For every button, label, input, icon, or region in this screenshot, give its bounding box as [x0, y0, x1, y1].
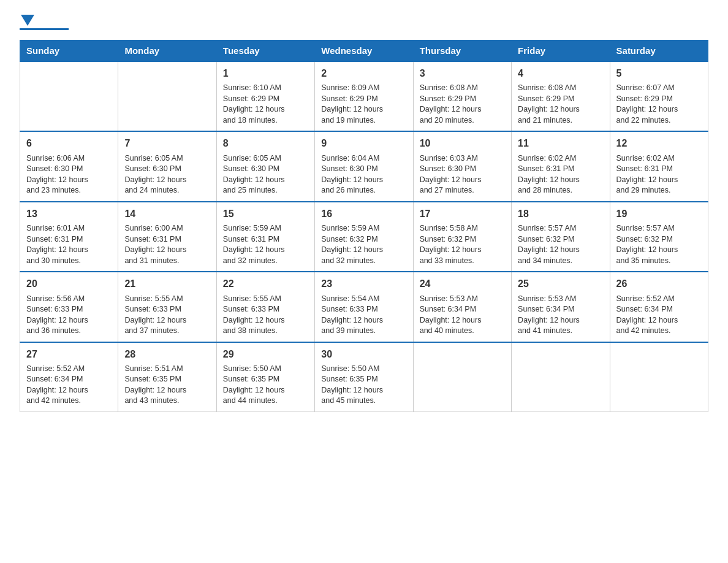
day-info: Sunrise: 6:08 AM Sunset: 6:29 PM Dayligh…: [420, 83, 505, 126]
day-info: Sunrise: 6:02 AM Sunset: 6:31 PM Dayligh…: [518, 153, 603, 196]
day-number: 30: [321, 348, 406, 361]
weekday-header-tuesday: Tuesday: [216, 40, 314, 62]
day-number: 29: [223, 348, 308, 361]
day-number: 22: [223, 277, 308, 291]
day-number: 13: [26, 207, 112, 221]
day-info: Sunrise: 5:57 AM Sunset: 6:32 PM Dayligh…: [616, 223, 702, 266]
day-info: Sunrise: 6:04 AM Sunset: 6:30 PM Dayligh…: [321, 153, 406, 196]
calendar-cell: [610, 342, 708, 412]
day-info: Sunrise: 6:10 AM Sunset: 6:29 PM Dayligh…: [223, 83, 308, 126]
day-number: 1: [223, 67, 308, 80]
day-number: 17: [420, 207, 505, 221]
weekday-header-friday: Friday: [512, 40, 610, 62]
day-info: Sunrise: 6:09 AM Sunset: 6:29 PM Dayligh…: [321, 83, 406, 126]
calendar-week-4: 20Sunrise: 5:56 AM Sunset: 6:33 PM Dayli…: [20, 272, 708, 342]
page-header: [20, 15, 708, 30]
day-info: Sunrise: 5:52 AM Sunset: 6:34 PM Dayligh…: [616, 294, 702, 337]
calendar-cell: 2Sunrise: 6:09 AM Sunset: 6:29 PM Daylig…: [315, 61, 413, 131]
calendar-cell: [118, 61, 216, 131]
day-info: Sunrise: 6:05 AM Sunset: 6:30 PM Dayligh…: [124, 153, 210, 196]
calendar-cell: 7Sunrise: 6:05 AM Sunset: 6:30 PM Daylig…: [118, 131, 216, 201]
calendar-cell: 17Sunrise: 5:58 AM Sunset: 6:32 PM Dayli…: [413, 202, 511, 272]
day-info: Sunrise: 6:02 AM Sunset: 6:31 PM Dayligh…: [616, 153, 702, 196]
day-number: 11: [518, 137, 603, 150]
day-info: Sunrise: 5:58 AM Sunset: 6:32 PM Dayligh…: [420, 223, 505, 266]
day-info: Sunrise: 6:00 AM Sunset: 6:31 PM Dayligh…: [124, 223, 210, 266]
calendar-cell: 8Sunrise: 6:05 AM Sunset: 6:30 PM Daylig…: [216, 131, 314, 201]
calendar-cell: 4Sunrise: 6:08 AM Sunset: 6:29 PM Daylig…: [512, 61, 610, 131]
day-info: Sunrise: 5:50 AM Sunset: 6:35 PM Dayligh…: [223, 364, 308, 407]
day-info: Sunrise: 5:52 AM Sunset: 6:34 PM Dayligh…: [26, 364, 112, 407]
day-info: Sunrise: 5:55 AM Sunset: 6:33 PM Dayligh…: [124, 294, 210, 337]
calendar-cell: 5Sunrise: 6:07 AM Sunset: 6:29 PM Daylig…: [610, 61, 708, 131]
day-info: Sunrise: 5:54 AM Sunset: 6:33 PM Dayligh…: [321, 294, 406, 337]
day-number: 25: [518, 277, 603, 291]
calendar-cell: 30Sunrise: 5:50 AM Sunset: 6:35 PM Dayli…: [315, 342, 413, 412]
weekday-header-wednesday: Wednesday: [315, 40, 413, 62]
day-number: 15: [223, 207, 308, 221]
day-number: 7: [124, 137, 210, 150]
calendar-week-5: 27Sunrise: 5:52 AM Sunset: 6:34 PM Dayli…: [20, 342, 708, 412]
calendar-cell: 18Sunrise: 5:57 AM Sunset: 6:32 PM Dayli…: [512, 202, 610, 272]
calendar-week-2: 6Sunrise: 6:06 AM Sunset: 6:30 PM Daylig…: [20, 131, 708, 201]
calendar-cell: 23Sunrise: 5:54 AM Sunset: 6:33 PM Dayli…: [315, 272, 413, 342]
day-info: Sunrise: 5:56 AM Sunset: 6:33 PM Dayligh…: [26, 294, 112, 337]
weekday-header-thursday: Thursday: [413, 40, 511, 62]
calendar-cell: 22Sunrise: 5:55 AM Sunset: 6:33 PM Dayli…: [216, 272, 314, 342]
calendar-cell: 15Sunrise: 5:59 AM Sunset: 6:31 PM Dayli…: [216, 202, 314, 272]
calendar-cell: 1Sunrise: 6:10 AM Sunset: 6:29 PM Daylig…: [216, 61, 314, 131]
calendar-cell: [20, 61, 118, 131]
day-number: 14: [124, 207, 210, 221]
day-info: Sunrise: 6:06 AM Sunset: 6:30 PM Dayligh…: [26, 153, 112, 196]
calendar-cell: 6Sunrise: 6:06 AM Sunset: 6:30 PM Daylig…: [20, 131, 118, 201]
day-info: Sunrise: 5:59 AM Sunset: 6:31 PM Dayligh…: [223, 223, 308, 266]
calendar-cell: 11Sunrise: 6:02 AM Sunset: 6:31 PM Dayli…: [512, 131, 610, 201]
logo-triangle-icon: [21, 15, 34, 26]
calendar-cell: [512, 342, 610, 412]
day-info: Sunrise: 5:53 AM Sunset: 6:34 PM Dayligh…: [420, 294, 505, 337]
logo: [20, 15, 71, 30]
day-number: 21: [124, 277, 210, 291]
calendar-cell: 16Sunrise: 5:59 AM Sunset: 6:32 PM Dayli…: [315, 202, 413, 272]
day-number: 4: [518, 67, 603, 80]
day-info: Sunrise: 6:08 AM Sunset: 6:29 PM Dayligh…: [518, 83, 603, 126]
calendar-cell: 20Sunrise: 5:56 AM Sunset: 6:33 PM Dayli…: [20, 272, 118, 342]
day-number: 12: [616, 137, 702, 150]
calendar-cell: 21Sunrise: 5:55 AM Sunset: 6:33 PM Dayli…: [118, 272, 216, 342]
calendar-cell: 12Sunrise: 6:02 AM Sunset: 6:31 PM Dayli…: [610, 131, 708, 201]
calendar-cell: 10Sunrise: 6:03 AM Sunset: 6:30 PM Dayli…: [413, 131, 511, 201]
day-info: Sunrise: 5:50 AM Sunset: 6:35 PM Dayligh…: [321, 364, 406, 407]
calendar-week-3: 13Sunrise: 6:01 AM Sunset: 6:31 PM Dayli…: [20, 202, 708, 272]
day-info: Sunrise: 6:05 AM Sunset: 6:30 PM Dayligh…: [223, 153, 308, 196]
weekday-header-sunday: Sunday: [20, 40, 118, 62]
calendar-table: SundayMondayTuesdayWednesdayThursdayFrid…: [20, 40, 708, 412]
day-number: 19: [616, 207, 702, 221]
svg-marker-0: [21, 15, 34, 26]
calendar-cell: 26Sunrise: 5:52 AM Sunset: 6:34 PM Dayli…: [610, 272, 708, 342]
calendar-cell: 19Sunrise: 5:57 AM Sunset: 6:32 PM Dayli…: [610, 202, 708, 272]
calendar-cell: 24Sunrise: 5:53 AM Sunset: 6:34 PM Dayli…: [413, 272, 511, 342]
weekday-header-monday: Monday: [118, 40, 216, 62]
calendar-cell: 27Sunrise: 5:52 AM Sunset: 6:34 PM Dayli…: [20, 342, 118, 412]
day-number: 28: [124, 348, 210, 361]
day-info: Sunrise: 5:51 AM Sunset: 6:35 PM Dayligh…: [124, 364, 210, 407]
day-info: Sunrise: 5:59 AM Sunset: 6:32 PM Dayligh…: [321, 223, 406, 266]
day-number: 9: [321, 137, 406, 150]
day-number: 27: [26, 348, 112, 361]
day-info: Sunrise: 6:01 AM Sunset: 6:31 PM Dayligh…: [26, 223, 112, 266]
day-number: 16: [321, 207, 406, 221]
day-number: 5: [616, 67, 702, 80]
calendar-cell: [413, 342, 511, 412]
day-number: 3: [420, 67, 505, 80]
calendar-header-row: SundayMondayTuesdayWednesdayThursdayFrid…: [20, 40, 708, 62]
calendar-cell: 9Sunrise: 6:04 AM Sunset: 6:30 PM Daylig…: [315, 131, 413, 201]
day-number: 8: [223, 137, 308, 150]
calendar-cell: 25Sunrise: 5:53 AM Sunset: 6:34 PM Dayli…: [512, 272, 610, 342]
day-number: 20: [26, 277, 112, 291]
calendar-cell: 28Sunrise: 5:51 AM Sunset: 6:35 PM Dayli…: [118, 342, 216, 412]
day-info: Sunrise: 6:03 AM Sunset: 6:30 PM Dayligh…: [420, 153, 505, 196]
day-number: 10: [420, 137, 505, 150]
logo-line: [20, 28, 69, 30]
weekday-header-saturday: Saturday: [610, 40, 708, 62]
day-info: Sunrise: 5:53 AM Sunset: 6:34 PM Dayligh…: [518, 294, 603, 337]
